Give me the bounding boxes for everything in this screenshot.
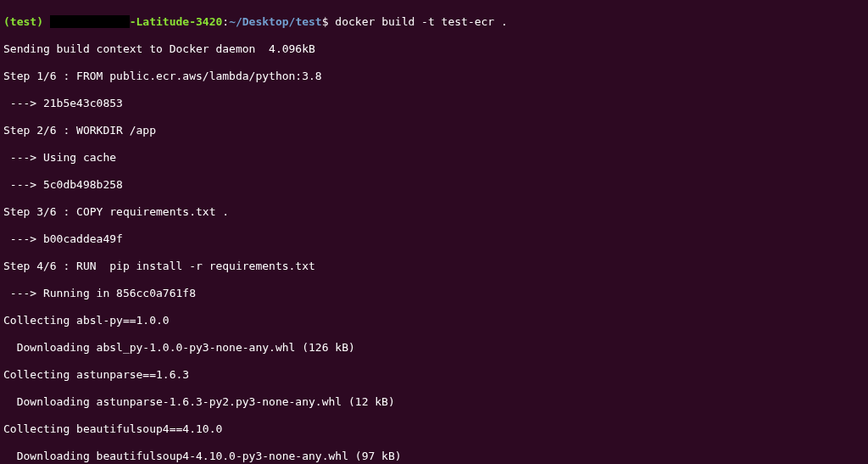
output-line: Step 2/6 : WORKDIR /app xyxy=(3,124,865,137)
output-line: ---> b00caddea49f xyxy=(3,232,865,246)
output-line: ---> 21b5e43c0853 xyxy=(3,97,865,110)
output-line: Downloading astunparse-1.6.3-py2.py3-non… xyxy=(3,395,865,409)
output-line: ---> 5c0db498b258 xyxy=(3,178,865,192)
prompt-host: -Latitude-3420 xyxy=(130,15,223,28)
command-text: docker build -t test-ecr . xyxy=(335,15,508,28)
prompt-line: (test) -Latitude-3420:~/Desktop/test$ do… xyxy=(3,15,865,29)
output-line: Step 4/6 : RUN pip install -r requiremen… xyxy=(3,260,865,273)
output-line: Collecting beautifulsoup4==4.10.0 xyxy=(3,422,865,436)
prompt-hidden-user xyxy=(50,15,130,28)
output-line: Downloading beautifulsoup4-4.10.0-py3-no… xyxy=(3,450,865,463)
prompt-path: ~/Desktop/test xyxy=(229,15,322,28)
prompt-env: (test) xyxy=(3,15,50,28)
prompt-dollar: $ xyxy=(322,15,336,28)
output-line: Step 3/6 : COPY requirements.txt . xyxy=(3,205,865,219)
terminal-window[interactable]: (test) -Latitude-3420:~/Desktop/test$ do… xyxy=(0,0,868,464)
output-line: Downloading absl_py-1.0.0-py3-none-any.w… xyxy=(3,341,865,355)
output-line: Sending build context to Docker daemon 4… xyxy=(3,42,865,56)
output-line: ---> Using cache xyxy=(3,151,865,165)
output-line: Step 1/6 : FROM public.ecr.aws/lambda/py… xyxy=(3,70,865,83)
prompt-colon: : xyxy=(222,15,229,28)
output-line: Collecting absl-py==1.0.0 xyxy=(3,314,865,327)
output-line: ---> Running in 856cc0a761f8 xyxy=(3,287,865,300)
output-line: Collecting astunparse==1.6.3 xyxy=(3,368,865,382)
